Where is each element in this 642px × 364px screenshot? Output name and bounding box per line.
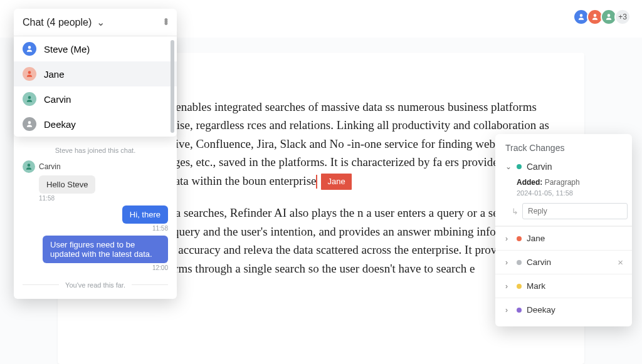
person-icon xyxy=(23,160,35,173)
track-change-expanded: ⌄ Carvin Added: Paragraph 2024-01-05, 11… xyxy=(495,162,632,226)
track-change-name: Carvin xyxy=(527,162,552,172)
track-changes-title: Track Changes xyxy=(495,143,632,162)
person-row-deekay[interactable]: Deekay xyxy=(14,112,177,137)
chat-people-dropdown: Steve (Me) Jane Carvin Deekay xyxy=(14,36,177,137)
person-icon xyxy=(604,13,613,21)
chat-joined-notice: Steve has joined this chat. xyxy=(23,147,168,154)
chevron-down-icon: ⌄ xyxy=(505,162,514,171)
color-dot-icon xyxy=(517,308,522,313)
color-dot-icon xyxy=(517,164,522,169)
chevron-right-icon: › xyxy=(505,234,514,243)
person-icon xyxy=(591,13,599,21)
chevron-down-icon: ⌄ xyxy=(97,16,105,28)
message-outgoing: User figures need to be updated with the… xyxy=(23,236,168,271)
person-icon xyxy=(23,42,36,56)
chat-title-dropdown[interactable]: Chat (4 people) ⌄ xyxy=(23,16,105,28)
user-tag-jane[interactable]: Jane xyxy=(321,174,351,190)
message-bubble[interactable]: User figures need to be updated with the… xyxy=(43,236,168,263)
color-dot-icon xyxy=(517,284,522,289)
color-dot-icon xyxy=(517,260,522,265)
message-outgoing: Hi, there 11:58 xyxy=(23,205,168,232)
chevron-right-icon: › xyxy=(505,282,514,291)
person-label: Deekay xyxy=(44,119,76,130)
kebab-menu-icon[interactable]: ••• xyxy=(164,19,168,25)
chevron-right-icon: › xyxy=(505,306,514,315)
person-row-carvin[interactable]: Carvin xyxy=(14,86,177,112)
track-change-row-carvin[interactable]: ⌄ Carvin xyxy=(505,162,622,172)
track-change-reply: ↳ xyxy=(512,203,622,219)
track-change-row-mark[interactable]: › Mark xyxy=(495,274,632,298)
chat-panel: Chat (4 people) ⌄ ••• Steve (Me) Jane Ca… xyxy=(14,9,177,299)
track-changes-panel: Track Changes ⌄ Carvin Added: Paragraph … xyxy=(495,134,632,326)
cursor-jane xyxy=(316,175,317,189)
person-label: Jane xyxy=(44,69,65,80)
message-bubble[interactable]: Hello Steve xyxy=(39,175,95,194)
track-change-detail: Added: Paragraph xyxy=(517,178,622,187)
person-label: Steve (Me) xyxy=(44,44,90,55)
track-change-row-deekay[interactable]: › Deekay xyxy=(495,298,632,321)
avatar-stack[interactable]: +3 xyxy=(576,9,631,25)
track-change-name: Jane xyxy=(527,234,545,243)
change-value: Paragraph xyxy=(545,178,580,187)
person-label: Carvin xyxy=(44,94,71,105)
person-icon xyxy=(23,92,36,106)
message-time: 11:58 xyxy=(39,195,168,202)
change-label: Added: xyxy=(517,178,542,187)
person-icon xyxy=(577,13,586,21)
chat-body: Steve has joined this chat. Carvin Hello… xyxy=(14,137,177,299)
chat-title: Chat (4 people) xyxy=(23,17,92,28)
message-sender: Carvin xyxy=(23,160,168,173)
message-time: 11:58 xyxy=(23,225,168,232)
chat-header: Chat (4 people) ⌄ ••• xyxy=(14,9,177,36)
avatar-extra-count[interactable]: +3 xyxy=(614,9,631,25)
message-incoming: Carvin Hello Steve 11:58 xyxy=(23,160,168,202)
track-change-name: Deekay xyxy=(527,305,555,315)
message-time: 12:00 xyxy=(23,264,168,271)
reply-arrow-icon: ↳ xyxy=(512,207,518,216)
person-icon xyxy=(23,67,36,81)
person-icon xyxy=(23,117,36,131)
sender-name: Carvin xyxy=(39,162,61,171)
person-row-steve[interactable]: Steve (Me) xyxy=(14,36,177,61)
close-icon[interactable]: × xyxy=(618,257,623,268)
message-bubble[interactable]: Hi, there xyxy=(122,205,168,224)
track-change-row-jane[interactable]: › Jane xyxy=(495,226,632,250)
track-change-name: Carvin xyxy=(527,257,551,267)
color-dot-icon xyxy=(517,236,522,241)
reply-input[interactable] xyxy=(522,203,628,219)
track-change-row-carvin-2[interactable]: › Carvin × xyxy=(495,250,632,274)
chevron-right-icon: › xyxy=(505,258,514,267)
person-row-jane[interactable]: Jane xyxy=(14,61,177,86)
track-change-date: 2024-01-05, 11:58 xyxy=(517,189,622,197)
track-change-name: Mark xyxy=(527,281,545,291)
read-so-far-label: You've read this far. xyxy=(59,281,132,289)
read-so-far-divider: You've read this far. xyxy=(23,279,168,290)
